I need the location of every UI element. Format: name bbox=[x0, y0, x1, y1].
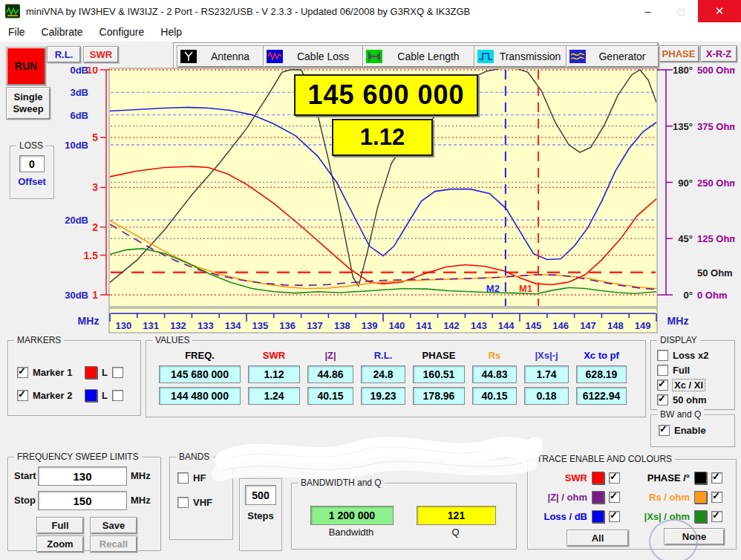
values-column-header: |Z| bbox=[324, 350, 336, 362]
trace-label: Rs / ohm bbox=[632, 492, 690, 503]
loss-group-title: LOSS bbox=[16, 140, 46, 151]
steps-panel: 500 Steps bbox=[239, 478, 282, 551]
loss-offset-field[interactable]: 0 bbox=[19, 155, 45, 172]
sweep-zoom-button[interactable]: Zoom bbox=[36, 535, 84, 553]
transmission-button[interactable]: Transmission bbox=[474, 45, 567, 68]
loss-offset-link[interactable]: Offset bbox=[10, 176, 53, 187]
trace-checkbox[interactable] bbox=[609, 472, 620, 484]
steps-field[interactable]: 500 bbox=[245, 485, 276, 505]
maximize-button[interactable]: ▢ bbox=[665, 0, 698, 22]
cable-loss-icon bbox=[267, 50, 283, 63]
marker-row: Marker 2L bbox=[17, 389, 123, 402]
trace-row-phase: PHASE /° bbox=[632, 472, 722, 484]
frequency-readout: 145 600 000 bbox=[294, 74, 478, 116]
bwq-enable-row: Enable bbox=[659, 425, 706, 436]
tab-phase[interactable]: PHASE bbox=[658, 45, 699, 62]
x-axis-tick-label: 131 bbox=[143, 320, 159, 331]
value-cell: 145 680 000 bbox=[159, 365, 241, 383]
tab-swr[interactable]: SWR bbox=[83, 46, 119, 63]
sweep-stop-field[interactable]: 150 bbox=[38, 491, 127, 510]
value-cell: 44.86 bbox=[307, 365, 353, 383]
trace-checkbox[interactable] bbox=[609, 492, 620, 503]
swr-scale-label: 1 bbox=[92, 289, 98, 301]
sweep-recall-button: Recall bbox=[90, 535, 137, 553]
marker-l-checkbox[interactable] bbox=[112, 390, 123, 401]
sweep-save-button[interactable]: Save bbox=[90, 517, 137, 534]
value-cell: 628.19 bbox=[576, 365, 627, 383]
menu-configure[interactable]: Configure bbox=[91, 22, 153, 42]
trace-checkbox[interactable] bbox=[609, 511, 620, 522]
values-column-xctopf: Xc to pf628.196122.94 bbox=[572, 350, 630, 405]
marker-color-swatch[interactable] bbox=[85, 389, 97, 402]
trace-color-swatch[interactable] bbox=[694, 472, 707, 484]
band-checkbox[interactable] bbox=[177, 497, 189, 508]
cable-loss-button[interactable]: Cable Loss bbox=[263, 45, 364, 68]
value-cell: 40.15 bbox=[472, 387, 517, 405]
menu-file[interactable]: File bbox=[0, 22, 33, 42]
trace-row-lossdb: Loss / dB bbox=[538, 510, 620, 523]
display-label: Full bbox=[673, 365, 690, 376]
close-button[interactable]: ✕ bbox=[698, 0, 741, 22]
phase-scale-label: 135° bbox=[673, 121, 693, 132]
trace-color-swatch[interactable] bbox=[592, 472, 604, 484]
trace-checkbox[interactable] bbox=[711, 492, 722, 503]
marker-color-swatch[interactable] bbox=[85, 366, 97, 379]
bwq-group-title: BW and Q bbox=[657, 409, 704, 420]
x-axis-tick-label: 148 bbox=[607, 320, 624, 331]
bandwidth-label: Bandwidth bbox=[310, 527, 392, 538]
x-axis-tick-label: 139 bbox=[362, 320, 378, 331]
generator-button[interactable]: Generator bbox=[566, 45, 659, 68]
display-checkbox[interactable] bbox=[657, 380, 668, 391]
sweep-start-field[interactable]: 130 bbox=[38, 466, 127, 486]
values-column-header: PHASE bbox=[422, 350, 456, 362]
x-axis-tick-label: 138 bbox=[334, 320, 350, 331]
x-axis-tick-label: 149 bbox=[635, 320, 651, 331]
marker-label-m2: M2 bbox=[486, 283, 500, 294]
window-title: miniVNA by IW3HEV & IW3IJZ - 2 Port - RS… bbox=[26, 6, 631, 17]
phase-scale-label: 45° bbox=[678, 233, 693, 244]
markers-group: MARKERS Marker 1LMarker 2L bbox=[7, 340, 141, 416]
bwq-group: BW and Q Enable bbox=[650, 414, 735, 447]
x-axis-tick-label: 146 bbox=[552, 320, 569, 331]
antenna-button[interactable]: Antenna bbox=[177, 45, 264, 68]
trace-color-swatch[interactable] bbox=[592, 491, 604, 504]
band-checkbox[interactable] bbox=[177, 472, 189, 484]
menu-help[interactable]: Help bbox=[152, 22, 190, 42]
sweep-group: FREQUENCY SWEEP LIMITS Start 130 MHz Sto… bbox=[7, 457, 161, 551]
trace-color-swatch[interactable] bbox=[694, 510, 707, 523]
trace-label: PHASE /° bbox=[632, 472, 690, 484]
display-checkbox[interactable] bbox=[657, 394, 668, 406]
menu-calibrate[interactable]: Calibrate bbox=[33, 22, 91, 42]
sweep-stop-label: Stop bbox=[14, 495, 36, 506]
cable-length-button[interactable]: Cable Length bbox=[362, 45, 475, 68]
x-axis-tick-label: 137 bbox=[307, 320, 323, 331]
phase-scale-label: 0° bbox=[684, 290, 693, 301]
marker-l-checkbox[interactable] bbox=[112, 367, 123, 378]
tab-xrz[interactable]: X-R-Z bbox=[700, 45, 737, 62]
run-button[interactable]: RUN bbox=[6, 47, 46, 85]
swr-scale-label: 1.5 bbox=[84, 250, 99, 261]
x-axis-tick-label: 130 bbox=[116, 320, 132, 331]
marker-checkbox[interactable] bbox=[17, 367, 28, 378]
trace-none-button[interactable]: None bbox=[664, 528, 725, 545]
display-checkbox[interactable] bbox=[657, 350, 668, 361]
swr-scale-label: 2 bbox=[92, 221, 98, 233]
values-column-header: Rs bbox=[489, 350, 501, 362]
x-axis-unit-left: MHz bbox=[78, 315, 99, 327]
marker-checkbox[interactable] bbox=[17, 390, 28, 401]
minimize-button[interactable]: – bbox=[631, 0, 665, 22]
trace-color-swatch[interactable] bbox=[592, 510, 604, 523]
single-sweep-button[interactable]: Single Sweep bbox=[6, 87, 50, 120]
phase-scale-label: 180° bbox=[673, 67, 693, 76]
sweep-start-label: Start bbox=[14, 470, 36, 481]
display-label: 50 ohm bbox=[673, 394, 707, 406]
bwq-enable-checkbox[interactable] bbox=[659, 425, 670, 436]
trace-checkbox[interactable] bbox=[711, 511, 722, 522]
trace-all-button[interactable]: All bbox=[567, 530, 629, 547]
trace-color-swatch[interactable] bbox=[694, 491, 707, 504]
display-checkbox[interactable] bbox=[657, 365, 668, 376]
x-axis-unit-right: MHz bbox=[667, 315, 689, 327]
tab-rl[interactable]: R.L. bbox=[47, 46, 81, 63]
trace-checkbox[interactable] bbox=[711, 472, 722, 484]
sweep-full-button[interactable]: Full bbox=[36, 517, 84, 534]
